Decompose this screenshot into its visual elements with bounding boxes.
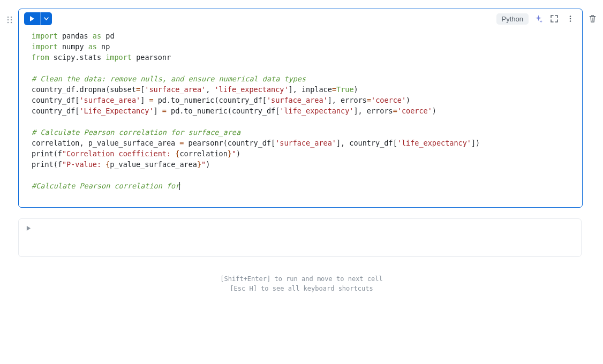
drag-handle-icon[interactable] bbox=[5, 16, 14, 24]
code-token: as bbox=[93, 32, 101, 40]
code-token: print( bbox=[32, 149, 58, 158]
code-comment: # Clean the data: remove nulls, and ensu… bbox=[32, 74, 306, 83]
language-badge[interactable]: Python bbox=[496, 13, 529, 25]
code-token: " bbox=[201, 160, 206, 169]
code-token: as bbox=[88, 42, 97, 51]
hint-line: [Esc H] to see all keyboard shortcuts bbox=[5, 284, 598, 293]
chevron-down-icon bbox=[44, 17, 49, 20]
code-token: "Correlation coefficient: bbox=[62, 149, 175, 158]
code-token: 'surface_area' bbox=[79, 96, 140, 104]
code-token: ) bbox=[236, 149, 240, 158]
code-token: pearsonr(country_df[ bbox=[184, 139, 275, 147]
code-token: ] bbox=[140, 96, 149, 104]
keyboard-hints: [Shift+Enter] to run and move to next ce… bbox=[5, 274, 598, 293]
code-token: = bbox=[367, 96, 371, 104]
code-comment: #Calculate Pearson correlation for bbox=[32, 181, 179, 190]
code-token: country_df.dropna(subset bbox=[32, 85, 136, 94]
code-token: True bbox=[336, 85, 354, 94]
code-token: ], errors bbox=[353, 107, 393, 115]
code-token: = bbox=[149, 96, 153, 104]
code-token: numpy bbox=[62, 42, 84, 51]
code-token: import bbox=[32, 32, 58, 40]
code-token: import bbox=[105, 53, 132, 62]
svg-point-3 bbox=[11, 19, 12, 20]
cell-toolbar: Python bbox=[19, 9, 582, 25]
code-token: = bbox=[136, 85, 140, 94]
code-token: ], inplace bbox=[289, 85, 332, 94]
code-token: , bbox=[206, 85, 214, 94]
code-token: } bbox=[197, 160, 201, 169]
svg-point-7 bbox=[570, 18, 571, 20]
code-token: country_df[ bbox=[32, 96, 79, 104]
hint-line: [Shift+Enter] to run and move to next ce… bbox=[5, 274, 598, 284]
code-token: ) bbox=[354, 85, 358, 94]
ai-assist-button[interactable] bbox=[532, 12, 545, 25]
code-token: f bbox=[58, 160, 62, 169]
code-token: f bbox=[58, 149, 62, 158]
more-options-button[interactable] bbox=[564, 12, 577, 25]
code-token: ) bbox=[206, 160, 210, 169]
code-token: 'surface_area' bbox=[267, 96, 328, 104]
code-token: pandas bbox=[62, 32, 88, 40]
code-token: ], country_df[ bbox=[336, 139, 397, 147]
code-token: correlation, p_value_surface_area bbox=[32, 139, 179, 147]
code-token: } bbox=[228, 149, 232, 158]
svg-point-1 bbox=[11, 17, 12, 18]
code-token: np bbox=[101, 42, 110, 51]
code-token: from bbox=[32, 53, 49, 62]
code-token: 'life_expectancy' bbox=[280, 107, 353, 115]
more-vertical-icon bbox=[567, 15, 574, 22]
code-token: pd bbox=[105, 32, 114, 40]
code-cell[interactable]: Python import pandas as pd import numpy … bbox=[18, 9, 583, 208]
code-token: 'surface_area' bbox=[145, 85, 206, 94]
code-token: ]) bbox=[471, 139, 480, 147]
code-token: print( bbox=[32, 160, 58, 169]
code-token: 'life_expectancy' bbox=[397, 139, 471, 147]
code-token: ], errors bbox=[328, 96, 367, 104]
svg-point-6 bbox=[570, 16, 571, 17]
empty-cell-run[interactable] bbox=[26, 225, 574, 232]
code-token: ) bbox=[432, 107, 436, 115]
code-editor[interactable]: import pandas as pd import numpy as np f… bbox=[19, 25, 582, 207]
run-dropdown-button[interactable] bbox=[40, 12, 52, 25]
svg-point-2 bbox=[7, 19, 9, 20]
empty-cell[interactable] bbox=[18, 218, 582, 257]
code-token: country_df[ bbox=[32, 107, 79, 115]
code-token: scipy.stats bbox=[54, 53, 101, 62]
code-token: correlation bbox=[179, 149, 227, 158]
code-token: 'coerce' bbox=[371, 96, 406, 104]
code-token: import bbox=[32, 42, 58, 51]
expand-button[interactable] bbox=[548, 12, 561, 25]
trash-icon bbox=[589, 14, 597, 23]
code-comment: # Calculate Pearson correlation for surf… bbox=[32, 128, 240, 136]
code-token: pd.to_numeric(country_df[ bbox=[154, 96, 267, 104]
code-token: pearsonr bbox=[136, 53, 171, 62]
delete-cell-button[interactable] bbox=[587, 14, 598, 23]
code-token: 'coerce' bbox=[397, 107, 432, 115]
code-token: 'Life_Expectancy' bbox=[79, 107, 153, 115]
code-token: ) bbox=[406, 96, 410, 104]
run-button-group bbox=[24, 12, 52, 25]
code-token: p_value_surface_area bbox=[110, 160, 197, 169]
active-cell-row: Python import pandas as pd import numpy … bbox=[5, 9, 598, 208]
code-token: pd.to_numeric(country_df[ bbox=[167, 107, 280, 115]
play-icon bbox=[29, 16, 35, 21]
code-token: = bbox=[393, 107, 397, 115]
code-token: 'surface_area' bbox=[275, 139, 336, 147]
svg-point-0 bbox=[7, 17, 9, 18]
code-token: = bbox=[332, 85, 336, 94]
svg-point-8 bbox=[570, 20, 571, 22]
code-token: " bbox=[232, 149, 236, 158]
code-token: ] bbox=[154, 107, 162, 115]
svg-point-4 bbox=[7, 22, 9, 23]
text-cursor bbox=[179, 182, 180, 190]
code-token: = bbox=[162, 107, 167, 115]
svg-point-5 bbox=[11, 22, 12, 23]
run-button[interactable] bbox=[24, 12, 40, 25]
code-token: 'life_expectancy' bbox=[214, 85, 288, 94]
expand-icon bbox=[551, 15, 558, 22]
play-icon bbox=[26, 226, 31, 231]
sparkle-icon bbox=[534, 15, 542, 23]
code-token: "P-value: bbox=[62, 160, 105, 169]
